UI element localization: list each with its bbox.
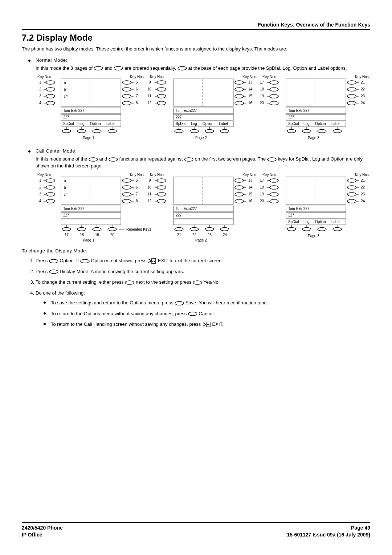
svg-text:20: 20: [260, 101, 264, 105]
svg-text:7: 7: [136, 94, 138, 98]
svg-rect-91: [61, 219, 121, 225]
bullet-icon: [28, 60, 30, 62]
svg-rect-100: [173, 177, 233, 204]
svg-text:Page 2: Page 2: [195, 136, 207, 140]
softkey-right-icon: [49, 270, 58, 274]
svg-text:7: 7: [136, 192, 138, 196]
svg-text:23: 23: [208, 233, 212, 237]
svg-text:4: 4: [39, 199, 41, 203]
svg-text:8: 8: [136, 101, 138, 105]
svg-text:SpDial: SpDial: [288, 220, 299, 224]
softkey-flat-icon: [188, 312, 197, 316]
step-4-cancel: To return to the Options menu without sa…: [44, 310, 370, 317]
text: Press: [36, 269, 49, 274]
svg-text:22: 22: [361, 87, 365, 91]
normal-mode-heading: Normal Mode:: [36, 57, 68, 63]
text: In this mode the 3 pages of: [36, 65, 94, 71]
call-center-mode-desc: In this mode some of the and functions a…: [36, 156, 370, 170]
svg-text:Key Nos.: Key Nos.: [242, 173, 257, 177]
svg-text:23: 23: [361, 94, 365, 98]
svg-text:Key Nos.: Key Nos.: [150, 173, 165, 177]
footer-page-number: Page 49: [287, 524, 370, 531]
svg-text:23: 23: [361, 192, 365, 196]
svg-text:16: 16: [248, 101, 253, 105]
svg-text:18: 18: [260, 185, 264, 189]
svg-text:Key Nos.: Key Nos.: [37, 173, 52, 177]
softkey-flat-icon: [49, 259, 58, 263]
svg-rect-5: [61, 79, 121, 106]
svg-text:12: 12: [147, 199, 152, 203]
section-title: 7.2 Display Mode: [22, 33, 370, 43]
text: Do one of the following:: [36, 290, 85, 296]
svg-text:15: 15: [248, 192, 253, 196]
svg-rect-64: [286, 114, 346, 120]
step-3: To change the current setting, either pr…: [36, 279, 370, 286]
svg-text:20: 20: [110, 233, 115, 237]
text: Press: [36, 258, 49, 263]
text: are ordered sequentially.: [124, 65, 177, 71]
svg-text:Label: Label: [331, 220, 340, 224]
svg-text:227: 227: [176, 115, 182, 119]
footer-product: 2420/5420 Phone: [22, 524, 63, 531]
svg-text:13: 13: [248, 80, 253, 84]
step-4-save: To save the settings and return to the O…: [44, 299, 370, 307]
step-1: Press Option. If Option is not shown, pr…: [36, 257, 370, 264]
svg-text:19: 19: [95, 233, 99, 237]
text: and: [105, 65, 114, 71]
svg-text:6: 6: [136, 87, 138, 91]
svg-text:Key Nos.: Key Nos.: [262, 75, 277, 79]
svg-text:Tom Extn227: Tom Extn227: [288, 207, 310, 211]
step-2: Press Display Mode. A menu showing the c…: [36, 268, 370, 275]
svg-text:Log: Log: [303, 122, 310, 126]
svg-rect-89: [61, 212, 121, 218]
normal-mode-diagram: Key Nos. Key Nos. 1 2 3 4 a=b=c= 5: [36, 74, 370, 142]
label: Key Nos.: [130, 75, 145, 79]
svg-text:19: 19: [260, 192, 264, 196]
softkey-flat-icon: [177, 66, 187, 70]
svg-text:Label: Label: [331, 122, 340, 126]
softkey-left-icon: [125, 280, 134, 285]
svg-text:14: 14: [248, 87, 253, 91]
softkey-right-icon: [89, 157, 98, 162]
softkey-left-icon: [109, 157, 118, 162]
svg-text:Log: Log: [303, 220, 310, 224]
svg-text:227: 227: [176, 213, 182, 217]
svg-text:227: 227: [63, 213, 69, 217]
svg-text:20: 20: [260, 199, 264, 203]
svg-text:24: 24: [223, 233, 227, 237]
svg-text:Option: Option: [90, 122, 101, 126]
svg-text:Key Nos.: Key Nos.: [150, 75, 165, 79]
svg-text:21: 21: [361, 178, 365, 182]
step-4-exit: To return to the Call Handling screen wi…: [44, 321, 370, 328]
svg-text:Page 3: Page 3: [308, 234, 319, 238]
svg-text:11: 11: [147, 94, 152, 98]
svg-text:17: 17: [65, 233, 69, 237]
svg-text:16: 16: [248, 199, 253, 203]
svg-text:Key Nos.: Key Nos.: [355, 173, 369, 177]
svg-text:Tom Extn227: Tom Extn227: [288, 109, 310, 113]
svg-text:5: 5: [136, 178, 138, 182]
intro-text: The phone has two display modes. These c…: [22, 46, 370, 52]
svg-rect-122: [286, 177, 346, 204]
svg-rect-112: [173, 212, 233, 218]
svg-text:9: 9: [149, 80, 151, 84]
svg-text:Option: Option: [315, 220, 326, 224]
svg-text:SpDial: SpDial: [176, 122, 186, 126]
svg-text:10: 10: [147, 87, 152, 91]
page-header-breadcrumb: Function Keys: Overview of the Function …: [22, 22, 370, 30]
svg-text:Page 1: Page 1: [83, 136, 94, 140]
footer-issue: 15-601127 Issue 09a (16 July 2009): [287, 531, 370, 538]
svg-text:22: 22: [192, 233, 197, 237]
svg-text:Key Nos.: Key Nos.: [242, 75, 257, 79]
text: functions are repeated against: [119, 156, 184, 162]
svg-text:1: 1: [39, 178, 41, 182]
svg-text:Log: Log: [191, 122, 197, 126]
call-center-mode-heading: Call Center Mode:: [36, 148, 77, 154]
normal-mode-desc: In this mode the 3 pages of and are orde…: [36, 65, 370, 72]
page-footer: 2420/5420 Phone IP Office Page 49 15-601…: [22, 522, 370, 538]
svg-text:18: 18: [260, 87, 264, 91]
svg-text:Tom Extn227: Tom Extn227: [176, 109, 197, 113]
svg-text:c=: c=: [64, 193, 68, 197]
svg-text:Page 2: Page 2: [195, 238, 207, 242]
step-4: Do one of the following: To save the set…: [36, 289, 370, 328]
